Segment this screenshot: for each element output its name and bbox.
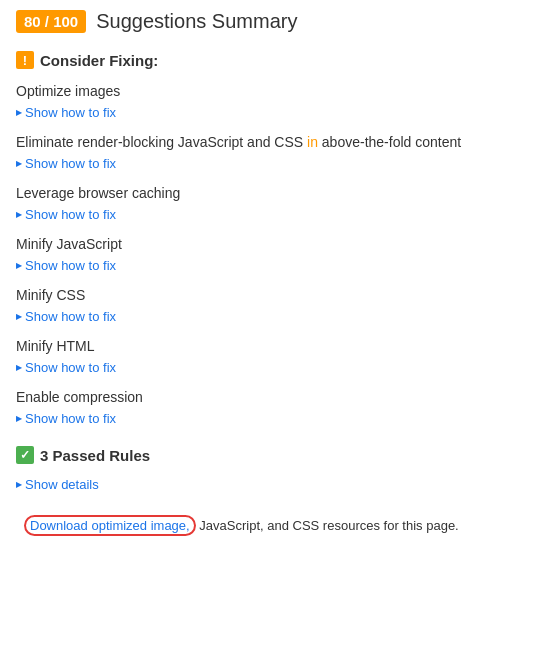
consider-fixing-label: Consider Fixing: (40, 52, 158, 69)
show-how-to-fix-4[interactable]: Show how to fix (16, 258, 116, 273)
suggestion-title-2: Eliminate render-blocking JavaScript and… (16, 134, 540, 150)
suggestion-title-3: Leverage browser caching (16, 185, 540, 201)
highlight-text: in (307, 134, 318, 150)
suggestion-item-1: Optimize images Show how to fix (16, 83, 540, 120)
suggestion-title-4: Minify JavaScript (16, 236, 540, 252)
passed-rules-label: 3 Passed Rules (40, 447, 150, 464)
passed-rules-section: ✓ 3 Passed Rules Show details (16, 446, 540, 492)
show-how-to-fix-7[interactable]: Show how to fix (16, 411, 116, 426)
show-how-to-fix-2[interactable]: Show how to fix (16, 156, 116, 171)
warning-icon: ! (16, 51, 34, 69)
show-how-to-fix-5[interactable]: Show how to fix (16, 309, 116, 324)
score-badge: 80 / 100 (16, 10, 86, 33)
suggestion-title-1: Optimize images (16, 83, 540, 99)
passed-rules-title: ✓ 3 Passed Rules (16, 446, 540, 464)
download-end-text: for this page. (380, 518, 459, 533)
suggestion-item-4: Minify JavaScript Show how to fix (16, 236, 540, 273)
page-title: Suggestions Summary (96, 10, 297, 33)
show-how-to-fix-6[interactable]: Show how to fix (16, 360, 116, 375)
suggestion-item-6: Minify HTML Show how to fix (16, 338, 540, 375)
show-how-to-fix-1[interactable]: Show how to fix (16, 105, 116, 120)
suggestion-item-5: Minify CSS Show how to fix (16, 287, 540, 324)
show-details-link[interactable]: Show details (16, 477, 99, 492)
download-middle-text: JavaScript, and CSS resources (196, 518, 380, 533)
download-optimized-link[interactable]: Download optimized image, (24, 515, 196, 536)
suggestion-title-7: Enable compression (16, 389, 540, 405)
suggestion-item-7: Enable compression Show how to fix (16, 389, 540, 426)
download-bar: Download optimized image, JavaScript, an… (16, 510, 540, 542)
suggestion-item-3: Leverage browser caching Show how to fix (16, 185, 540, 222)
suggestion-item-2: Eliminate render-blocking JavaScript and… (16, 134, 540, 171)
show-how-to-fix-3[interactable]: Show how to fix (16, 207, 116, 222)
suggestion-title-5: Minify CSS (16, 287, 540, 303)
checkmark-icon: ✓ (16, 446, 34, 464)
page-header: 80 / 100 Suggestions Summary (16, 10, 540, 33)
suggestion-title-6: Minify HTML (16, 338, 540, 354)
consider-fixing-section-title: ! Consider Fixing: (16, 51, 540, 69)
